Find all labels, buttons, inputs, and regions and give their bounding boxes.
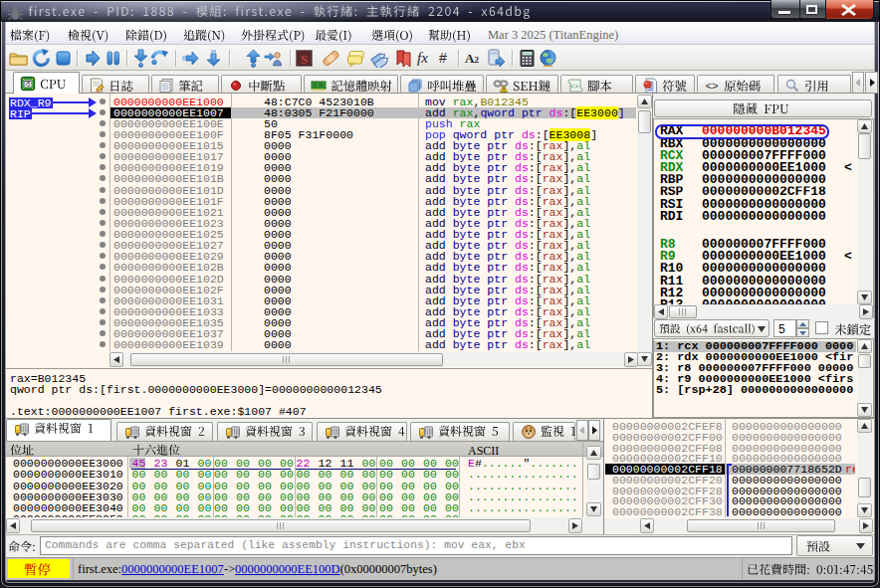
svg-text:64: 64	[24, 81, 32, 88]
svg-text:S: S	[301, 52, 308, 67]
svg-text:<>: <>	[570, 83, 578, 91]
svg-text:<>: <>	[705, 81, 718, 93]
